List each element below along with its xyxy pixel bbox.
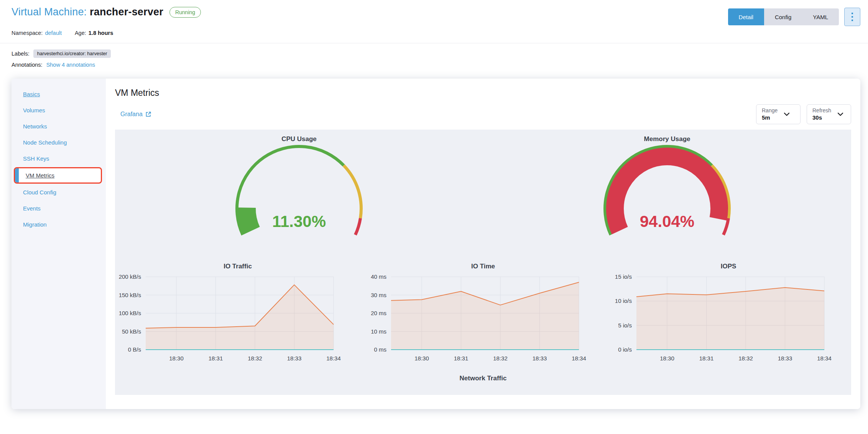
chart-title: CPU Usage <box>281 135 317 143</box>
sidebar-item-ssh-keys[interactable]: SSH Keys <box>15 151 102 166</box>
section-title: VM Metrics <box>115 88 851 98</box>
page-header: Virtual Machine: rancher-server Running … <box>0 0 868 68</box>
svg-text:150 kB/s: 150 kB/s <box>119 292 141 298</box>
sidebar-item-basics[interactable]: Basics <box>15 86 102 102</box>
namespace-link[interactable]: default <box>45 30 62 36</box>
svg-text:18:33: 18:33 <box>533 355 547 362</box>
chart-title: Memory Usage <box>644 135 690 143</box>
svg-text:0 ms: 0 ms <box>374 346 386 353</box>
page-title: Virtual Machine: rancher-server <box>12 6 163 18</box>
tab-detail[interactable]: Detail <box>728 8 764 25</box>
label-badge: harvesterhci.io/creator: harvester <box>33 49 111 58</box>
range-select[interactable]: Range 5m <box>756 104 801 124</box>
svg-text:20 ms: 20 ms <box>371 310 386 316</box>
labels-label: Labels: <box>12 51 30 57</box>
svg-text:18:31: 18:31 <box>209 355 223 362</box>
sidebar-item-node-scheduling[interactable]: Node Scheduling <box>15 135 102 150</box>
metrics-panel: CPU Usage11.30% Memory Usage94.04% IO Tr… <box>115 130 851 395</box>
grafana-link[interactable]: Grafana <box>120 111 151 118</box>
view-tab-group: Detail Config YAML <box>728 8 839 25</box>
chevron-down-icon <box>837 112 843 116</box>
svg-text:18:30: 18:30 <box>660 355 674 362</box>
svg-text:18:30: 18:30 <box>414 355 429 362</box>
sidebar-item-vm-metrics[interactable]: VM Metrics <box>14 167 102 184</box>
vm-metrics-content: VM Metrics Grafana Range 5m <box>106 79 860 409</box>
tab-config[interactable]: Config <box>764 8 802 25</box>
tab-yaml[interactable]: YAML <box>802 8 839 25</box>
grafana-link-label: Grafana <box>120 111 143 118</box>
svg-text:100 kB/s: 100 kB/s <box>119 310 141 316</box>
svg-text:0 io/s: 0 io/s <box>618 346 632 353</box>
svg-text:10 ms: 10 ms <box>371 328 386 335</box>
vm-name: rancher-server <box>90 6 163 18</box>
chart-title: IO Traffic <box>224 262 252 271</box>
svg-text:18:30: 18:30 <box>169 355 184 362</box>
refresh-select-value: 30s <box>812 114 831 121</box>
status-badge: Running <box>169 7 201 18</box>
external-link-icon <box>145 111 151 117</box>
refresh-select-label: Refresh <box>812 107 831 114</box>
page-title-prefix: Virtual Machine: <box>12 6 87 18</box>
range-select-label: Range <box>762 107 778 114</box>
svg-text:18:31: 18:31 <box>699 355 714 362</box>
chart-title: IO Time <box>471 262 495 271</box>
sidebar-item-volumes[interactable]: Volumes <box>15 102 102 118</box>
age-value: 1.8 hours <box>89 30 113 36</box>
svg-text:18:32: 18:32 <box>248 355 262 362</box>
svg-text:200 kB/s: 200 kB/s <box>119 273 141 280</box>
svg-text:18:34: 18:34 <box>572 355 586 362</box>
sidebar-item-cloud-config[interactable]: Cloud Config <box>15 184 102 200</box>
header-divider <box>0 43 868 43</box>
refresh-select[interactable]: Refresh 30s <box>807 104 851 124</box>
range-select-value: 5m <box>762 114 778 121</box>
kebab-icon <box>852 13 853 21</box>
annotations-label: Annotations: <box>12 62 43 68</box>
chevron-down-icon <box>784 112 790 116</box>
detail-sidebar: Basics Volumes Networks Node Scheduling … <box>12 79 106 409</box>
io-time-chart: IO Time0 ms10 ms20 ms30 ms40 ms18:3018:3… <box>360 262 606 368</box>
show-annotations-link[interactable]: Show 4 annotations <box>46 62 95 68</box>
io-traffic-chart: IO Traffic0 B/s50 kB/s100 kB/s150 kB/s20… <box>115 262 360 368</box>
chart-title: IOPS <box>721 262 736 271</box>
svg-text:18:33: 18:33 <box>778 355 792 362</box>
network-traffic-title: Network Traffic <box>115 374 851 383</box>
gauges-row: CPU Usage11.30% Memory Usage94.04% <box>115 130 851 260</box>
svg-text:40 ms: 40 ms <box>371 273 386 280</box>
memory-usage-gauge: Memory Usage94.04% <box>483 135 851 260</box>
namespace-label: Namespace: <box>12 30 43 36</box>
svg-text:5 io/s: 5 io/s <box>618 322 632 329</box>
sidebar-item-migration[interactable]: Migration <box>15 217 102 232</box>
svg-text:11.30%: 11.30% <box>272 212 326 230</box>
svg-text:18:34: 18:34 <box>326 355 341 362</box>
age-label: Age: <box>75 30 86 36</box>
svg-text:94.04%: 94.04% <box>640 212 694 230</box>
svg-text:18:33: 18:33 <box>287 355 302 362</box>
svg-text:18:32: 18:32 <box>493 355 508 362</box>
svg-text:18:34: 18:34 <box>817 355 832 362</box>
svg-text:50 kB/s: 50 kB/s <box>122 328 141 335</box>
vm-detail-card: Basics Volumes Networks Node Scheduling … <box>12 79 860 409</box>
iops-chart: IOPS0 io/s5 io/s10 io/s15 io/s18:3018:31… <box>606 262 851 368</box>
actions-menu-button[interactable] <box>844 8 860 26</box>
sidebar-item-events[interactable]: Events <box>15 201 102 216</box>
line-charts-row: IO Traffic0 B/s50 kB/s100 kB/s150 kB/s20… <box>115 262 851 368</box>
cpu-usage-gauge: CPU Usage11.30% <box>115 135 483 260</box>
svg-text:18:32: 18:32 <box>738 355 753 362</box>
svg-text:15 io/s: 15 io/s <box>615 273 632 280</box>
sidebar-item-networks[interactable]: Networks <box>15 118 102 134</box>
svg-text:0 B/s: 0 B/s <box>128 346 141 353</box>
svg-text:10 io/s: 10 io/s <box>615 298 632 304</box>
svg-text:18:31: 18:31 <box>454 355 469 362</box>
svg-text:30 ms: 30 ms <box>371 292 386 298</box>
